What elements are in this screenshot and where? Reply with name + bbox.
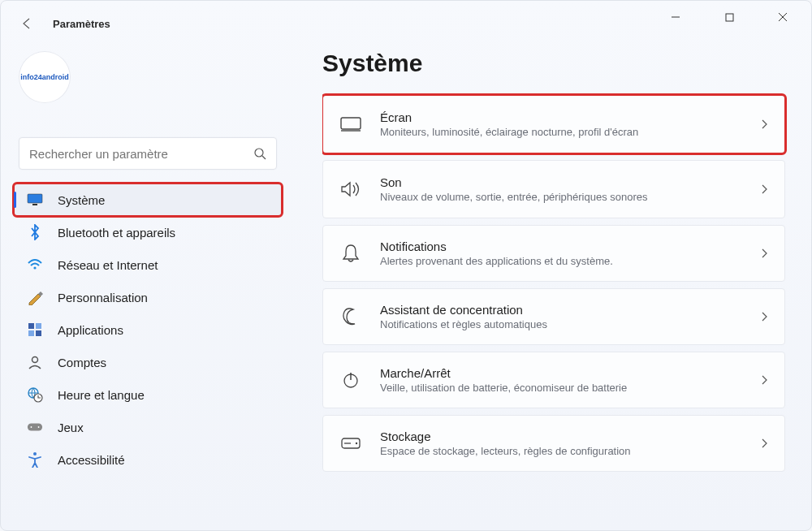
monitor-icon (27, 192, 43, 208)
power-icon (339, 369, 362, 391)
svg-rect-11 (28, 330, 34, 336)
panel-title: Écran (380, 110, 742, 124)
svg-point-25 (356, 442, 357, 444)
svg-point-17 (31, 426, 32, 428)
sidebar-item-label: Jeux (58, 421, 84, 434)
bluetooth-icon (27, 224, 43, 240)
sidebar-item-label: Accessibilité (58, 453, 125, 467)
panel-text: Assistant de concentration Notifications… (380, 303, 742, 330)
sidebar-item-comptes[interactable]: Comptes (14, 346, 282, 378)
storage-icon (339, 432, 362, 455)
globe-clock-icon (27, 386, 43, 403)
panel-text: Son Niveaux de volume, sortie, entrée, p… (380, 175, 742, 203)
maximize-button[interactable] (715, 5, 743, 29)
panel-subtitle: Espace de stockage, lecteurs, règles de … (380, 445, 742, 457)
svg-line-5 (262, 156, 266, 159)
sidebar-item-systeme[interactable]: Système (14, 183, 282, 216)
svg-point-18 (38, 426, 40, 428)
sidebar: Système Bluetooth et appareils Réseau et… (14, 183, 282, 476)
sidebar-item-label: Applications (58, 323, 123, 337)
search-icon (253, 147, 266, 160)
chevron-right-icon (760, 183, 768, 195)
chevron-right-icon (760, 119, 768, 130)
panel-subtitle: Niveaux de volume, sortie, entrée, périp… (380, 191, 742, 203)
game-icon (27, 419, 43, 435)
panel-subtitle: Moniteurs, luminosité, éclairage nocturn… (380, 126, 742, 138)
panel-subtitle: Notifications et règles automatiques (380, 318, 742, 330)
panel-son[interactable]: Son Niveaux de volume, sortie, entrée, p… (322, 160, 785, 218)
settings-panel-list: Écran Moniteurs, luminosité, éclairage n… (322, 95, 795, 472)
svg-rect-16 (28, 423, 42, 430)
panel-ecran[interactable]: Écran Moniteurs, luminosité, éclairage n… (322, 95, 785, 153)
svg-point-4 (255, 149, 263, 157)
wifi-icon (27, 257, 43, 273)
bell-icon (339, 242, 362, 265)
sidebar-item-applications[interactable]: Applications (14, 313, 282, 346)
chevron-right-icon (760, 438, 768, 449)
panel-text: Écran Moniteurs, luminosité, éclairage n… (380, 110, 742, 138)
moon-icon (339, 305, 362, 328)
panel-title: Son (380, 175, 742, 189)
svg-rect-12 (36, 330, 41, 336)
app-title: Paramètres (53, 18, 110, 30)
sidebar-item-bluetooth[interactable]: Bluetooth et appareils (14, 216, 282, 248)
panel-text: Stockage Espace de stockage, lecteurs, r… (380, 430, 742, 457)
panel-title: Stockage (380, 430, 742, 443)
panel-marche-arret[interactable]: Marche/Arrêt Veille, utilisation de batt… (322, 352, 785, 408)
svg-point-13 (32, 357, 38, 363)
panel-text: Notifications Alertes provenant des appl… (380, 240, 742, 267)
search-box[interactable] (19, 137, 277, 170)
main-content: Système Écran Moniteurs, luminosité, écl… (322, 50, 795, 522)
svg-rect-9 (28, 323, 34, 329)
panel-concentration[interactable]: Assistant de concentration Notifications… (322, 288, 785, 345)
sidebar-item-reseau[interactable]: Réseau et Internet (14, 248, 282, 281)
chevron-right-icon (760, 311, 768, 322)
user-icon (27, 354, 43, 370)
panel-title: Notifications (380, 240, 742, 253)
apps-icon (27, 322, 43, 338)
panel-text: Marche/Arrêt Veille, utilisation de batt… (380, 366, 742, 394)
sidebar-item-label: Comptes (58, 356, 106, 369)
sidebar-item-label: Bluetooth et appareils (58, 226, 175, 240)
svg-rect-10 (36, 323, 41, 329)
close-button[interactable] (769, 5, 797, 29)
user-avatar[interactable]: info24android (19, 51, 71, 103)
svg-rect-20 (341, 118, 361, 129)
svg-rect-1 (726, 14, 733, 21)
accessibility-icon (27, 451, 43, 468)
sidebar-item-label: Système (58, 193, 105, 207)
sidebar-item-heure-langue[interactable]: Heure et langue (14, 378, 282, 411)
panel-title: Assistant de concentration (380, 303, 742, 317)
chevron-right-icon (760, 374, 768, 386)
sidebar-item-jeux[interactable]: Jeux (14, 411, 282, 443)
chevron-right-icon (760, 248, 768, 259)
panel-title: Marche/Arrêt (380, 366, 742, 380)
minimize-button[interactable] (662, 5, 689, 29)
svg-rect-6 (28, 194, 42, 203)
search-input[interactable] (29, 147, 253, 161)
settings-window: Paramètres info24android Système Bluetoo… (0, 0, 812, 531)
sidebar-item-personnalisation[interactable]: Personnalisation (14, 281, 282, 313)
panel-subtitle: Veille, utilisation de batterie, économi… (380, 382, 742, 394)
window-controls (662, 1, 811, 33)
sidebar-item-label: Réseau et Internet (58, 258, 158, 272)
sidebar-item-label: Heure et langue (58, 388, 145, 402)
panel-subtitle: Alertes provenant des applications et du… (380, 255, 742, 267)
display-icon (339, 113, 362, 136)
panel-stockage[interactable]: Stockage Espace de stockage, lecteurs, r… (322, 415, 785, 472)
paint-icon (27, 289, 43, 305)
page-heading: Système (322, 50, 795, 77)
sidebar-item-accessibilite[interactable]: Accessibilité (14, 443, 282, 476)
back-button[interactable] (19, 15, 35, 32)
panel-notifications[interactable]: Notifications Alertes provenant des appl… (322, 225, 785, 282)
svg-point-8 (33, 266, 36, 269)
svg-point-19 (33, 452, 37, 455)
avatar-label: info24android (20, 74, 69, 81)
svg-rect-7 (32, 204, 37, 205)
sound-icon (339, 178, 362, 201)
sidebar-item-label: Personnalisation (58, 291, 148, 304)
header: Paramètres (19, 15, 110, 32)
